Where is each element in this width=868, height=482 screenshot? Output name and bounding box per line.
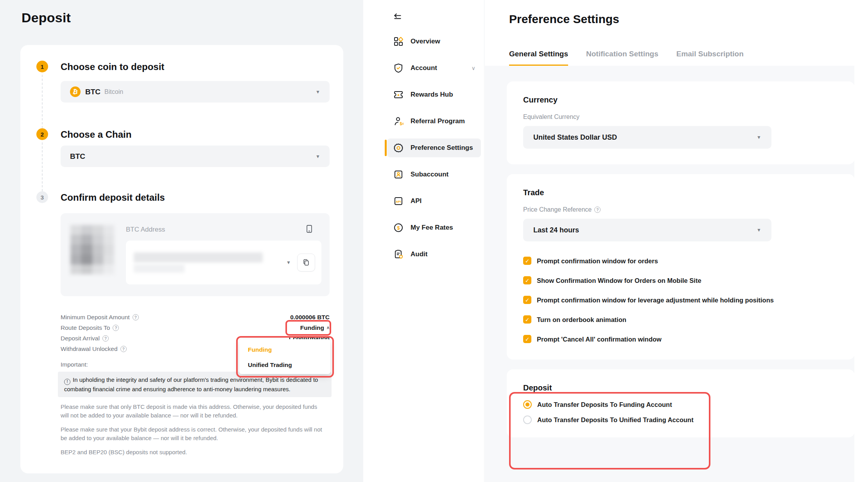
deposit-settings-card: Deposit Auto Transfer Deposits To Fundin…	[507, 369, 855, 437]
chevron-down-icon: ▼	[316, 89, 320, 95]
checkbox-row: ✓ Prompt 'Cancel All' confirmation windo…	[523, 335, 838, 344]
sidebar-item-my-fee-rates[interactable]: $ My Fee Rates	[387, 218, 481, 237]
menu-option-unified-trading[interactable]: Unified Trading	[248, 360, 330, 370]
compliance-note: !In upholding the integrity and safety o…	[58, 372, 332, 397]
checkbox-checked-icon[interactable]: ✓	[523, 335, 531, 343]
trade-card: Trade Price Change Reference? Last 24 ho…	[507, 174, 855, 360]
chevron-down-icon: ▼	[757, 135, 761, 140]
chain-value: BTC	[70, 152, 85, 161]
help-icon[interactable]: ?	[102, 335, 109, 342]
detail-row: Minimum Deposit Amount? 0.000006 BTC	[61, 312, 330, 322]
sidebar-item-preference-settings[interactable]: Preference Settings	[387, 138, 481, 157]
help-icon[interactable]: ?	[113, 325, 119, 331]
checkbox-row: ✓ Turn on orderbook animation	[523, 315, 838, 324]
step-choose-coin: 1 Choose coin to deposit ₿ BTC Bitcoin ▼	[32, 61, 330, 128]
info-icon: !	[64, 379, 70, 385]
chevron-down-icon[interactable]: ▼	[286, 260, 291, 265]
step-3-badge: 3	[36, 191, 48, 203]
radio-row: Auto Transfer Deposits To Funding Accoun…	[523, 400, 838, 409]
step-confirm-details: 3 Confirm deposit details BTC Address	[32, 191, 330, 457]
step-2-badge: 2	[36, 128, 48, 140]
right-gutter	[854, 0, 868, 482]
notice-paragraph: Please make sure that only BTC deposit i…	[61, 403, 326, 420]
ticket-star-icon: ★	[393, 90, 404, 100]
chevron-down-icon: ▼	[757, 227, 761, 233]
help-icon[interactable]: ?	[594, 207, 601, 213]
clipboard-shield-icon	[393, 249, 404, 259]
help-icon[interactable]: ?	[120, 346, 127, 352]
page-title: Deposit	[22, 10, 71, 25]
trade-heading: Trade	[523, 188, 838, 197]
chevron-up-icon: ∧	[326, 325, 330, 330]
settings-title: Preference Settings	[509, 13, 619, 26]
sidebar-nav: Overview Account ∨ ★ Rewards Hub	[387, 32, 481, 272]
chevron-down-icon: ▼	[316, 154, 320, 159]
settings-tabs: General Settings Notification Settings E…	[509, 50, 744, 66]
sidebar-item-account[interactable]: Account ∨	[387, 59, 481, 77]
step-connector	[42, 142, 43, 191]
deposit-settings-heading: Deposit	[523, 383, 838, 392]
checkbox-row: ✓ Show Confirmation Window for Orders on…	[523, 276, 838, 285]
coin-symbol: BTC	[85, 88, 100, 96]
deposit-card: 1 Choose coin to deposit ₿ BTC Bitcoin ▼…	[20, 45, 343, 473]
shield-check-icon	[393, 63, 404, 73]
svg-text:★: ★	[397, 93, 400, 97]
svg-text:$+: $+	[400, 122, 404, 126]
sidebar-item-referral-program[interactable]: $+ Referral Program	[387, 112, 481, 131]
menu-option-funding[interactable]: Funding	[248, 344, 330, 355]
deposit-options-list: Auto Transfer Deposits To Funding Accoun…	[523, 400, 838, 424]
svg-text:$: $	[397, 225, 400, 231]
checkbox-row: ✓ Prompt confirmation window for orders	[523, 256, 838, 266]
sidebar-item-audit[interactable]: Audit	[387, 245, 481, 264]
dollar-circle-icon: $	[393, 223, 404, 233]
deposit-page: Deposit 1 Choose coin to deposit ₿ BTC B…	[0, 0, 363, 482]
step-2-heading: Choose a Chain	[61, 128, 330, 141]
checkbox-row: ✓ Prompt confirmation window for leverag…	[523, 295, 838, 305]
radio-row: Auto Transfer Deposits To Unified Tradin…	[523, 415, 838, 424]
price-change-reference-select[interactable]: Last 24 hours ▼	[523, 219, 771, 241]
tab-general-settings[interactable]: General Settings	[509, 50, 568, 66]
checkbox-checked-icon[interactable]: ✓	[523, 276, 531, 284]
sidebar-item-subaccount[interactable]: Subaccount	[387, 165, 481, 184]
checkbox-checked-icon[interactable]: ✓	[523, 315, 531, 324]
gear-icon	[393, 143, 404, 153]
copy-address-button[interactable]	[297, 254, 315, 272]
help-icon[interactable]: ?	[133, 314, 139, 320]
settings-header: Preference Settings General Settings Not…	[485, 0, 854, 66]
radio-selected-icon[interactable]	[523, 400, 532, 409]
step-1-badge: 1	[36, 61, 48, 72]
radio-unselected-icon[interactable]	[523, 415, 532, 424]
chevron-down-icon: ∨	[472, 65, 475, 71]
checkbox-checked-icon[interactable]: ✓	[523, 257, 531, 265]
step-connector	[42, 75, 43, 128]
qr-code-blurred	[70, 225, 114, 274]
currency-heading: Currency	[523, 95, 838, 104]
tab-email-subscription[interactable]: Email Subscription	[676, 50, 744, 66]
notice-paragraph: Please make sure that your Bybit deposit…	[61, 425, 326, 442]
mobile-qr-icon[interactable]	[305, 224, 314, 234]
person-dollar-icon: $+	[393, 116, 404, 126]
coin-select[interactable]: ₿ BTC Bitcoin ▼	[61, 81, 330, 103]
collapse-sidebar-icon[interactable]	[393, 12, 403, 22]
settings-content: Currency Equivalent Currency United Stat…	[485, 66, 854, 482]
min-deposit-value: 0.000006 BTC	[290, 314, 330, 321]
equivalent-currency-select[interactable]: United States Dollar USD ▼	[523, 126, 771, 149]
step-choose-chain: 2 Choose a Chain BTC ▼	[32, 128, 330, 191]
btc-address-card: BTC Address ▼	[61, 213, 330, 296]
notice-paragraph: BEP2 and BEP20 (BSC) deposits not suppor…	[61, 448, 326, 457]
route-deposits-dropdown-button[interactable]: Funding∧	[300, 324, 330, 331]
sidebar-item-overview[interactable]: Overview	[387, 32, 481, 51]
coin-name: Bitcoin	[104, 88, 123, 95]
equivalent-currency-label: Equivalent Currency	[523, 113, 838, 120]
price-change-reference-label: Price Change Reference?	[523, 206, 838, 213]
chain-select[interactable]: BTC ▼	[61, 146, 330, 167]
tab-notification-settings[interactable]: Notification Settings	[586, 50, 658, 66]
address-label: BTC Address	[126, 226, 165, 234]
grid-icon	[393, 36, 404, 47]
step-3-heading: Confirm deposit details	[61, 191, 330, 204]
sidebar-item-api[interactable]: API API	[387, 192, 481, 210]
checkbox-checked-icon[interactable]: ✓	[523, 296, 531, 304]
svg-text:API: API	[396, 200, 401, 203]
detail-row: Route Deposits To? Funding∧	[61, 322, 330, 333]
sidebar-item-rewards-hub[interactable]: ★ Rewards Hub	[387, 85, 481, 104]
